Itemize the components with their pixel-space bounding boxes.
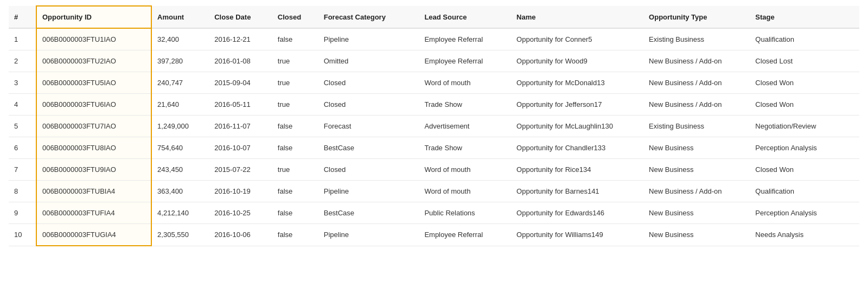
stage: Negotiation/Review [750,116,859,137]
amount: 363,400 [151,181,209,202]
close-date: 2016-10-06 [209,224,272,246]
name: Opportunity for Edwards146 [511,202,643,224]
name: Opportunity for Williams149 [511,224,643,246]
closed: true [272,50,318,72]
table-row: 6006B0000003FTU8IAO754,6402016-10-07fals… [9,137,859,159]
table-row: 10006B0000003FTUGIA42,305,5502016-10-06f… [9,224,859,246]
lead-source: Employee Referral [419,50,511,72]
closed: true [272,72,318,94]
stage: Closed Won [750,94,859,116]
name: Opportunity for Barnes141 [511,181,643,202]
closed: false [272,116,318,137]
close-date: 2016-10-25 [209,202,272,224]
opportunity-id: 006B0000003FTU1IAO [36,28,151,50]
name: Opportunity for Wood9 [511,50,643,72]
row-num: 4 [9,94,36,116]
name: Opportunity for McLaughlin130 [511,116,643,137]
row-num: 3 [9,72,36,94]
amount: 243,450 [151,159,209,181]
amount: 2,305,550 [151,224,209,246]
close-date: 2016-01-08 [209,50,272,72]
stage: Closed Won [750,72,859,94]
amount: 1,249,000 [151,116,209,137]
table-header-row: # Opportunity ID Amount Close Date Close… [9,6,859,28]
opportunity-id: 006B0000003FTUFIA4 [36,202,151,224]
stage: Perception Analysis [750,202,859,224]
col-header-forecast-category: Forecast Category [318,6,419,28]
closed: true [272,159,318,181]
closed: false [272,202,318,224]
col-header-close-date: Close Date [209,6,272,28]
col-header-opportunity-type: Opportunity Type [643,6,750,28]
opportunity-type: New Business [643,202,750,224]
table-row: 9006B0000003FTUFIA44,212,1402016-10-25fa… [9,202,859,224]
col-header-num: # [9,6,36,28]
opportunity-id: 006B0000003FTUBIA4 [36,181,151,202]
row-num: 7 [9,159,36,181]
forecast-category: Omitted [318,50,419,72]
stage: Needs Analysis [750,224,859,246]
closed: false [272,224,318,246]
opportunity-type: New Business / Add-on [643,50,750,72]
opportunity-id: 006B0000003FTU7IAO [36,116,151,137]
stage: Qualification [750,181,859,202]
col-header-opportunity-id: Opportunity ID [36,6,151,28]
lead-source: Word of mouth [419,159,511,181]
close-date: 2016-10-19 [209,181,272,202]
opportunity-id: 006B0000003FTU9IAO [36,159,151,181]
table-row: 2006B0000003FTU2IAO397,2802016-01-08true… [9,50,859,72]
table-row: 5006B0000003FTU7IAO1,249,0002016-11-07fa… [9,116,859,137]
row-num: 5 [9,116,36,137]
close-date: 2016-05-11 [209,94,272,116]
forecast-category: Closed [318,159,419,181]
lead-source: Word of mouth [419,181,511,202]
row-num: 2 [9,50,36,72]
stage: Perception Analysis [750,137,859,159]
col-header-closed: Closed [272,6,318,28]
col-header-amount: Amount [151,6,209,28]
lead-source: Employee Referral [419,224,511,246]
amount: 397,280 [151,50,209,72]
col-header-lead-source: Lead Source [419,6,511,28]
opportunity-id: 006B0000003FTU5IAO [36,72,151,94]
lead-source: Trade Show [419,94,511,116]
opportunity-type: Existing Business [643,28,750,50]
close-date: 2016-11-07 [209,116,272,137]
opportunity-id: 006B0000003FTU6IAO [36,94,151,116]
name: Opportunity for McDonald13 [511,72,643,94]
opportunity-type: New Business / Add-on [643,72,750,94]
name: Opportunity for Chandler133 [511,137,643,159]
lead-source: Public Relations [419,202,511,224]
forecast-category: Closed [318,72,419,94]
close-date: 2015-09-04 [209,72,272,94]
lead-source: Advertisement [419,116,511,137]
forecast-category: BestCase [318,137,419,159]
col-header-name: Name [511,6,643,28]
opportunity-id: 006B0000003FTUGIA4 [36,224,151,246]
stage: Closed Lost [750,50,859,72]
opportunity-type: New Business / Add-on [643,94,750,116]
closed: false [272,28,318,50]
row-num: 6 [9,137,36,159]
close-date: 2016-12-21 [209,28,272,50]
table-body: 1006B0000003FTU1IAO32,4002016-12-21false… [9,28,859,246]
forecast-category: Pipeline [318,224,419,246]
col-header-stage: Stage [750,6,859,28]
opportunity-type: New Business [643,137,750,159]
table-container: # Opportunity ID Amount Close Date Close… [0,0,868,252]
table-row: 3006B0000003FTU5IAO240,7472015-09-04true… [9,72,859,94]
stage: Qualification [750,28,859,50]
amount: 240,747 [151,72,209,94]
opportunity-id: 006B0000003FTU8IAO [36,137,151,159]
amount: 21,640 [151,94,209,116]
close-date: 2015-07-22 [209,159,272,181]
name: Opportunity for Jefferson17 [511,94,643,116]
stage: Closed Won [750,159,859,181]
row-num: 10 [9,224,36,246]
opportunity-id: 006B0000003FTU2IAO [36,50,151,72]
opportunities-table: # Opportunity ID Amount Close Date Close… [9,5,859,246]
closed: false [272,137,318,159]
opportunity-type: Existing Business [643,116,750,137]
amount: 4,212,140 [151,202,209,224]
table-row: 8006B0000003FTUBIA4363,4002016-10-19fals… [9,181,859,202]
